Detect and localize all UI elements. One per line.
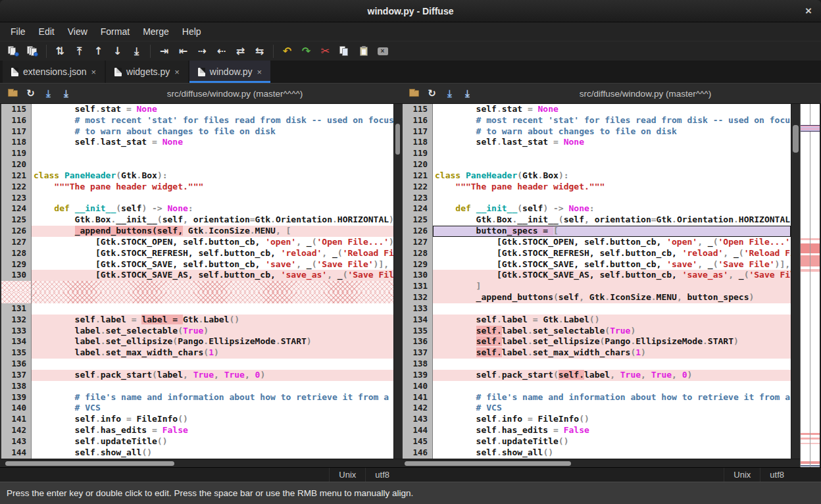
code-line[interactable]: """The pane header widget.""" (433, 182, 791, 193)
diff-overview-map[interactable] (800, 104, 821, 467)
code-line[interactable]: [Gtk.STOCK_SAVE, self.button_cb, 'save',… (32, 259, 393, 270)
tab-extensions.json[interactable]: extensions.json× (3, 61, 105, 83)
code-line[interactable]: _append_buttons(self, Gtk.IconSize.MENU,… (433, 292, 791, 303)
code-line[interactable]: label.set_max_width_chars(1) (32, 347, 393, 359)
tab-close-button[interactable]: × (174, 67, 180, 77)
code-line[interactable]: self.label.set_ellipsize(Pango.Ellipsize… (433, 336, 791, 347)
save-file-as-button[interactable]: ⤓ (57, 86, 75, 101)
code-line[interactable]: [Gtk.STOCK_SAVE, self.button_cb, 'save',… (433, 259, 791, 270)
code-line[interactable]: self.label = Gtk.Label() (433, 315, 791, 326)
code-line[interactable]: self.has_edits = False (433, 425, 791, 436)
code-line[interactable]: # most recent 'stat' for files read from… (32, 115, 393, 126)
code-line[interactable]: class PaneHeader(Gtk.Box): (433, 170, 791, 182)
code-line[interactable]: def __init__(self) -> None: (433, 203, 791, 214)
open-file-button[interactable] (4, 86, 22, 101)
reload-file-button[interactable]: ↻ (423, 86, 441, 101)
code-line[interactable]: self.label.set_selectable(True) (433, 326, 791, 337)
menu-merge[interactable]: Merge (136, 24, 176, 39)
code-line[interactable]: label.set_selectable(True) (32, 326, 393, 337)
horizontal-scrollbar[interactable] (401, 459, 800, 467)
reload-file-button[interactable]: ↻ (22, 86, 39, 101)
code-line[interactable] (433, 193, 791, 204)
copy-button[interactable] (335, 43, 354, 60)
copy-selection-right-button[interactable]: ⇥ (155, 43, 174, 60)
code-line[interactable] (32, 148, 393, 159)
copy-right-into-selection-button[interactable]: ⇠ (212, 43, 231, 60)
code-line[interactable]: # to warn about changes to file on disk (32, 126, 393, 138)
code-line[interactable]: def __init__(self) -> None: (32, 203, 393, 214)
save-file-button[interactable]: ⤓ (39, 86, 57, 101)
new-3-way-file-merge-button[interactable] (23, 43, 42, 60)
code-view[interactable]: self.stat = None # most recent 'stat' fo… (433, 104, 791, 459)
code-line[interactable]: [Gtk.STOCK_REFRESH, self.button_cb, 'rel… (32, 248, 393, 259)
code-line[interactable]: self.last_stat = None (32, 137, 393, 148)
menu-help[interactable]: Help (176, 24, 208, 39)
code-line[interactable]: self.label = label = Gtk.Label() (32, 315, 393, 326)
code-line[interactable]: self.label.set_max_width_chars(1) (433, 347, 791, 359)
code-line[interactable]: _append_buttons(self, Gtk.IconSize.MENU,… (32, 226, 393, 237)
code-line[interactable]: label.set_ellipsize(Pango.EllipsizeMode.… (32, 336, 393, 347)
code-line[interactable]: self.updateTitle() (32, 436, 393, 447)
code-line[interactable] (433, 381, 791, 392)
first-difference-button[interactable]: ⤒ (70, 43, 89, 60)
code-line[interactable] (32, 303, 393, 315)
code-line[interactable]: [Gtk.STOCK_REFRESH, self.button_cb, 'rel… (433, 248, 791, 259)
code-line[interactable] (433, 359, 791, 370)
code-line[interactable]: self.updateTitle() (433, 436, 791, 447)
scrollbar-thumb[interactable] (395, 124, 400, 155)
code-line[interactable] (32, 193, 393, 204)
code-line[interactable]: self.pack_start(self.label, True, True, … (433, 370, 791, 381)
code-line[interactable] (433, 148, 791, 159)
last-difference-button[interactable]: ⤓ (127, 43, 146, 60)
menu-file[interactable]: File (4, 24, 32, 39)
cut-button[interactable]: ✂ (316, 43, 335, 60)
code-line[interactable] (32, 381, 393, 392)
code-line[interactable]: # VCS (433, 403, 791, 414)
realign-all-button[interactable]: ⇅ (51, 43, 70, 60)
window-close-button[interactable]: × (805, 0, 812, 22)
menu-format[interactable]: Format (94, 24, 136, 39)
paste-button[interactable] (354, 43, 373, 60)
save-file-button[interactable]: ⤓ (441, 86, 459, 101)
copy-left-into-selection-button[interactable]: ⇢ (193, 43, 212, 60)
code-line[interactable]: self.show_all() (32, 447, 393, 459)
code-view[interactable]: self.stat = None # most recent 'stat' fo… (32, 104, 393, 459)
code-line[interactable]: self.has_edits = False (32, 425, 393, 436)
code-line[interactable]: """The pane header widget.""" (32, 182, 393, 193)
vertical-scrollbar[interactable] (393, 104, 401, 459)
code-line[interactable]: # file's name and information about how … (32, 392, 393, 403)
next-difference-button[interactable]: ↓ (108, 43, 127, 60)
code-line[interactable]: [Gtk.STOCK_SAVE_AS, self.button_cb, 'sav… (32, 270, 393, 281)
code-line[interactable]: Gtk.Box.__init__(self, orientation=Gtk.O… (433, 214, 791, 226)
scrollbar-thumb[interactable] (5, 461, 174, 466)
code-line[interactable]: self.info = FileInfo() (32, 414, 393, 425)
code-line[interactable] (32, 281, 393, 292)
clear-edits-button[interactable]: × (373, 43, 392, 60)
tab-close-button[interactable]: × (91, 67, 97, 77)
copy-selection-left-button[interactable]: ⇤ (174, 43, 193, 60)
code-line[interactable]: self.show_all() (433, 447, 791, 459)
tab-window.py[interactable]: window.py× (189, 61, 270, 83)
code-line[interactable]: # VCS (32, 403, 393, 414)
horizontal-scrollbar[interactable] (0, 459, 401, 467)
menu-view[interactable]: View (61, 24, 94, 39)
code-line[interactable]: self.pack_start(label, True, True, 0) (32, 370, 393, 381)
code-line[interactable] (433, 159, 791, 170)
scrollbar-thumb[interactable] (405, 461, 571, 466)
code-line[interactable]: ] (433, 281, 791, 292)
previous-difference-button[interactable]: ↑ (89, 43, 108, 60)
menu-edit[interactable]: Edit (32, 24, 61, 39)
merge-from-left-then-right-button[interactable]: ⇄ (231, 43, 250, 60)
code-line[interactable]: self.last_stat = None (433, 137, 791, 148)
code-line[interactable]: self.stat = None (433, 104, 791, 115)
scrollbar-thumb[interactable] (793, 125, 799, 153)
code-line[interactable]: # to warn about changes to file on disk (433, 126, 791, 138)
vertical-scrollbar[interactable] (791, 104, 800, 459)
code-line[interactable]: [Gtk.STOCK_OPEN, self.button_cb, 'open',… (433, 237, 791, 248)
code-line[interactable]: [Gtk.STOCK_OPEN, self.button_cb, 'open',… (32, 237, 393, 248)
code-line[interactable]: # most recent 'stat' for files read from… (433, 115, 791, 126)
redo-button[interactable]: ↷ (297, 43, 316, 60)
code-line[interactable] (32, 359, 393, 370)
save-file-as-button[interactable]: ⤓ (459, 86, 476, 101)
code-line[interactable] (32, 159, 393, 170)
